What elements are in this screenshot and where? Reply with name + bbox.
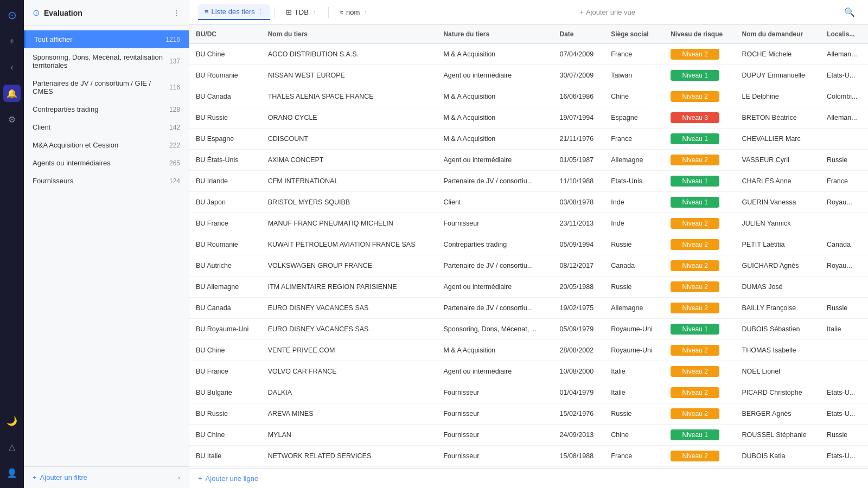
- table-row[interactable]: BU Chine MYLAN Fournisseur 24/09/2013 Ch…: [189, 425, 868, 446]
- cell-localisation: France: [820, 171, 868, 192]
- sidebar-item[interactable]: Contreparties trading128: [24, 100, 189, 118]
- cell-siege: Royaume-Uni: [604, 340, 664, 361]
- table-row[interactable]: BU France MANUF FRANC PNEUMATIQ MICHELIN…: [189, 213, 868, 234]
- toolbar-divider: [328, 7, 329, 18]
- cell-date: 05/09/1979: [553, 319, 605, 340]
- add-line-icon: +: [198, 474, 202, 483]
- table-column-header[interactable]: Nature du tiers: [437, 25, 553, 44]
- sidebar-menu-icon[interactable]: ⋮: [173, 9, 180, 17]
- cell-demandeur: THOMAS Isabelle: [736, 340, 821, 361]
- table-column-header[interactable]: Date: [553, 25, 605, 44]
- table-column-header[interactable]: Nom du tiers: [261, 25, 437, 44]
- cell-localisation: Royau...: [820, 255, 868, 277]
- cell-demandeur: GUICHARD Agnès: [736, 255, 821, 277]
- cell-siege: Allemagne: [604, 298, 664, 319]
- table-column-header[interactable]: Nom du demandeur: [736, 25, 821, 44]
- table-row[interactable]: BU Roumanie NISSAN WEST EUROPE Agent ou …: [189, 65, 868, 86]
- cell-localisation: Alleman...: [820, 44, 868, 65]
- toolbar-view-button[interactable]: ≡ Liste des tiers ⋮: [198, 4, 270, 20]
- cell-demandeur: DUBOIS Katia: [736, 446, 821, 467]
- view-options-icon[interactable]: ⋮: [362, 9, 368, 16]
- table-row[interactable]: BU Roumanie KUWAIT PETROLEUM AVIATION FR…: [189, 234, 868, 255]
- cell-demandeur: BERGER Agnès: [736, 403, 821, 425]
- sidebar-add-filter[interactable]: + Ajouter un filtre ›: [24, 466, 189, 488]
- niveau-badge: Niveau 2: [671, 408, 719, 419]
- cell-niveau: Niveau 2: [664, 340, 735, 361]
- cell-siege: France: [604, 44, 664, 65]
- cell-localisation: Russie: [820, 150, 868, 171]
- cell-nature: M & A Acquisition: [437, 129, 553, 150]
- sidebar-collapse-icon[interactable]: ›: [178, 473, 180, 481]
- toolbar-divider: [275, 7, 275, 18]
- sidebar-item[interactable]: Agents ou intermédiaires265: [24, 154, 189, 172]
- toolbar-view-button[interactable]: ≈ nom ⋮: [333, 5, 375, 20]
- alert-nav-icon[interactable]: △: [3, 438, 21, 455]
- sidebar-item[interactable]: Client142: [24, 118, 189, 136]
- sidebar-item[interactable]: M&A Acquisition et Cession222: [24, 136, 189, 154]
- cell-nature: M & A Acquisition: [437, 86, 553, 107]
- table-row[interactable]: BU États-Unis AXIMA CONCEPT Agent ou int…: [189, 150, 868, 171]
- moon-nav-icon[interactable]: 🌙: [3, 412, 21, 429]
- table-row[interactable]: BU Irlande CFM INTERNATIONAL Partenaire …: [189, 171, 868, 192]
- cell-niveau: Niveau 2: [664, 277, 735, 298]
- table-row[interactable]: BU Chine AGCO DISTRIBUTION S.A.S. M & A …: [189, 44, 868, 65]
- cell-nature: M & A Acquisition: [437, 44, 553, 65]
- toolbar-view-button[interactable]: ⊞ TDB ⋮: [279, 5, 324, 20]
- sidebar-item[interactable]: Fournisseurs124: [24, 172, 189, 190]
- table-row[interactable]: BU Espagne CDISCOUNT M & A Acquisition 2…: [189, 129, 868, 150]
- table-column-header[interactable]: Siège social: [604, 25, 664, 44]
- add-view-icon: +: [579, 8, 584, 16]
- table-row[interactable]: BU Royaume-Uni EURO DISNEY VACANCES SAS …: [189, 319, 868, 340]
- cell-localisation: Etats-U...: [820, 65, 868, 86]
- table-row[interactable]: BU Autriche VOLKSWAGEN GROUP FRANCE Part…: [189, 255, 868, 277]
- cell-bu: BU France: [189, 213, 261, 234]
- cell-niveau: Niveau 2: [664, 446, 735, 467]
- sidebar-header: ⊙ Evaluation ⋮: [24, 0, 189, 26]
- cell-demandeur: BAILLY Françoise: [736, 298, 821, 319]
- table-row[interactable]: BU Japon BRISTOL MYERS SQUIBB Client 03/…: [189, 192, 868, 213]
- table-column-header[interactable]: Localis...: [820, 25, 868, 44]
- sidebar-item[interactable]: Sponsoring, Dons, Mécénat, revitalisatio…: [24, 48, 189, 74]
- cell-siege: Italie: [604, 361, 664, 382]
- view-options-icon[interactable]: ⋮: [311, 9, 317, 16]
- cell-date: 08/12/2017: [553, 255, 605, 277]
- table-row[interactable]: BU Italie NETWORK RELATED SERVICES Fourn…: [189, 446, 868, 467]
- cell-bu: BU Autriche: [189, 255, 261, 277]
- cell-nature: Agent ou intermédiaire: [437, 65, 553, 86]
- table-row[interactable]: BU Allemagne ITM ALIMENTAIRE REGION PARI…: [189, 277, 868, 298]
- add-line-button[interactable]: + Ajouter une ligne: [189, 468, 868, 488]
- table-column-header[interactable]: Niveau de risque: [664, 25, 735, 44]
- cell-bu: BU Russie: [189, 403, 261, 425]
- cell-bu: BU Allemagne: [189, 277, 261, 298]
- add-view-button[interactable]: + Ajouter une vue: [574, 5, 641, 20]
- table-row[interactable]: BU Chine VENTE PRIVEE.COM M & A Acquisit…: [189, 340, 868, 361]
- view-options-icon[interactable]: ⋮: [258, 8, 264, 15]
- cell-localisation: Russie: [820, 425, 868, 446]
- sidebar-item[interactable]: Tout afficher1216: [24, 30, 189, 48]
- notification-nav-icon[interactable]: 🔔: [3, 85, 21, 102]
- cell-niveau: Niveau 2: [664, 382, 735, 403]
- user-nav-icon[interactable]: 👤: [3, 464, 21, 481]
- table-row[interactable]: BU Russie ORANO CYCLE M & A Acquisition …: [189, 107, 868, 129]
- cell-date: 07/04/2009: [553, 44, 605, 65]
- sidebar-item[interactable]: Partenaires de JV / consortium / GIE / C…: [24, 74, 189, 100]
- back-nav-icon[interactable]: ‹: [3, 59, 21, 76]
- add-nav-icon[interactable]: +: [3, 33, 21, 50]
- cell-bu: BU Canada: [189, 298, 261, 319]
- table-row[interactable]: BU Canada EURO DISNEY VACANCES SAS Parte…: [189, 298, 868, 319]
- search-button[interactable]: 🔍: [840, 5, 859, 20]
- cell-siege: Inde: [604, 213, 664, 234]
- cell-nom: AGCO DISTRIBUTION S.A.S.: [261, 44, 437, 65]
- table-row[interactable]: BU France VOLVO CAR FRANCE Agent ou inte…: [189, 361, 868, 382]
- app-logo-icon[interactable]: ⊙: [3, 7, 21, 24]
- niveau-badge: Niveau 2: [671, 345, 719, 356]
- cell-nature: Contreparties trading: [437, 234, 553, 255]
- table-row[interactable]: BU Canada THALES ALENIA SPACE FRANCE M &…: [189, 86, 868, 107]
- table-row[interactable]: BU Bulgarie DALKIA Fournisseur 01/04/197…: [189, 382, 868, 403]
- cell-niveau: Niveau 1: [664, 171, 735, 192]
- cell-date: 15/02/1976: [553, 403, 605, 425]
- table-row[interactable]: BU Russie AREVA MINES Fournisseur 15/02/…: [189, 403, 868, 425]
- table-column-header[interactable]: BU/DC: [189, 25, 261, 44]
- settings-nav-icon[interactable]: ⚙: [3, 111, 21, 128]
- cell-niveau: Niveau 1: [664, 129, 735, 150]
